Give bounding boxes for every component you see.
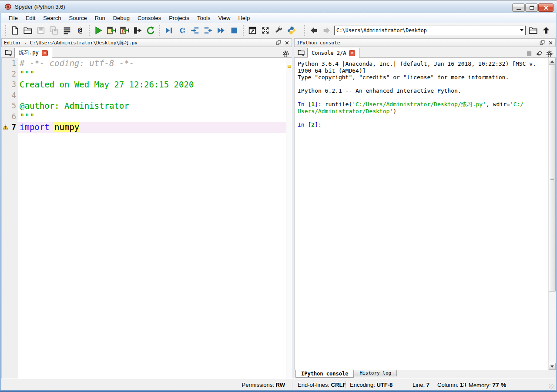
menu-file[interactable]: File xyxy=(5,14,22,22)
save-all-button[interactable] xyxy=(47,24,60,37)
code-line[interactable]: 1# -*- coding: utf-8 -*- xyxy=(2,58,286,69)
parent-directory-icon xyxy=(541,26,551,35)
code-editor[interactable]: 1# -*- coding: utf-8 -*-2"""3Created on … xyxy=(1,58,292,379)
spyder-window: Spyder (Python 3.6) File Edit Search Sou… xyxy=(0,0,557,392)
line-number: 1 xyxy=(12,58,16,69)
maximize-pane-button[interactable] xyxy=(246,24,259,37)
code-text: @author: Administrator xyxy=(18,101,286,111)
python-path-button[interactable] xyxy=(285,24,298,37)
new-file-button[interactable] xyxy=(8,24,21,37)
run-cell-button[interactable] xyxy=(105,24,118,37)
console-line: In [1]: runfile('C:/Users/Administrator/… xyxy=(298,101,547,108)
stop-debug-button[interactable] xyxy=(228,24,241,37)
run-file-button[interactable] xyxy=(92,24,105,37)
editor-tabbar: 练习.py ✕ xyxy=(1,47,292,58)
interrupt-kernel-icon[interactable] xyxy=(526,50,533,57)
preferences-button[interactable] xyxy=(272,24,285,37)
line-number-gutter: 7 xyxy=(2,122,18,133)
menu-debug[interactable]: Debug xyxy=(109,14,134,22)
menu-source[interactable]: Source xyxy=(65,14,91,22)
minimize-button[interactable] xyxy=(512,3,525,12)
step-return-icon xyxy=(203,26,213,35)
console-line: In [2]: xyxy=(298,121,547,128)
fullscreen-button[interactable] xyxy=(259,24,272,37)
maximize-pane-icon xyxy=(248,26,257,35)
toolbar-separator xyxy=(159,25,160,36)
console-scrollbar[interactable] xyxy=(548,58,556,370)
warning-flag-marker[interactable] xyxy=(288,65,291,68)
window-controls xyxy=(512,3,554,12)
code-text: """ xyxy=(18,69,286,80)
working-directory-input[interactable] xyxy=(335,27,518,34)
editor-tab[interactable]: 练习.py ✕ xyxy=(14,48,52,58)
close-pane-icon[interactable] xyxy=(285,40,289,45)
toolbar-separator xyxy=(304,25,305,36)
ipython-console[interactable]: Python 3.6.4 |Anaconda, Inc.| (default, … xyxy=(294,58,556,370)
code-line[interactable]: 7import numpy xyxy=(2,122,286,133)
menu-consoles[interactable]: Consoles xyxy=(134,14,165,22)
console-pane: IPython console Console 2/A ✕ xyxy=(294,38,556,379)
step-return-button[interactable] xyxy=(201,24,215,37)
title-bar[interactable]: Spyder (Python 3.6) xyxy=(0,0,557,13)
menu-tools[interactable]: Tools xyxy=(193,14,214,22)
editor-scrollflag[interactable] xyxy=(286,58,292,379)
tab-history-log[interactable]: History log xyxy=(354,369,397,376)
save-button[interactable] xyxy=(34,24,47,37)
file-switcher-button[interactable] xyxy=(60,24,74,37)
tab-ipython-console[interactable]: IPython console xyxy=(295,369,354,378)
open-directory-icon xyxy=(528,26,538,35)
code-line[interactable]: 6""" xyxy=(2,111,286,122)
main-toolbar: @ xyxy=(1,23,556,38)
code-line[interactable]: 5@author: Administrator xyxy=(2,101,286,111)
status-bar: Permissions: RW End-of-lines: CRLF Encod… xyxy=(1,379,556,390)
close-tab-icon[interactable]: ✕ xyxy=(42,50,48,56)
close-tab-icon[interactable]: ✕ xyxy=(349,50,355,56)
clear-console-eraser-icon[interactable] xyxy=(535,50,543,57)
step-into-button[interactable] xyxy=(188,24,201,37)
scroll-down-button[interactable] xyxy=(549,363,556,370)
scrollbar-thumb[interactable] xyxy=(549,65,556,291)
rerun-cell-button[interactable] xyxy=(144,24,157,37)
scroll-up-button[interactable] xyxy=(549,58,556,65)
close-button[interactable] xyxy=(538,3,554,12)
console-options-gear-icon[interactable] xyxy=(546,50,553,57)
maximize-button[interactable] xyxy=(525,3,538,12)
menu-search[interactable]: Search xyxy=(39,14,65,22)
find-symbols-button[interactable]: @ xyxy=(74,24,87,37)
code-line[interactable]: 3Created on Wed May 27 12:26:15 2020 xyxy=(2,79,286,90)
code-line[interactable]: 2""" xyxy=(2,69,286,80)
scrollbar-track[interactable] xyxy=(549,65,556,363)
back-icon xyxy=(309,26,319,35)
console-tab[interactable]: Console 2/A ✕ xyxy=(307,48,359,58)
console-line xyxy=(298,114,547,121)
menu-projects[interactable]: Projects xyxy=(165,14,193,22)
code-line[interactable]: 4 xyxy=(2,90,286,101)
working-directory-dropdown[interactable] xyxy=(518,26,525,35)
editor-options-gear-icon[interactable] xyxy=(282,50,289,57)
run-selection-button[interactable] xyxy=(131,24,144,37)
close-pane-icon[interactable] xyxy=(548,40,553,45)
continue-execution-button[interactable] xyxy=(215,24,228,37)
run-cell-advance-button[interactable] xyxy=(118,24,131,37)
menu-run[interactable]: Run xyxy=(91,14,109,22)
browse-tabs-button[interactable] xyxy=(295,47,307,57)
open-directory-button[interactable] xyxy=(527,24,540,37)
close-icon xyxy=(544,5,549,10)
back-button[interactable] xyxy=(307,24,320,37)
browse-tabs-button[interactable] xyxy=(2,47,14,57)
run-current-line-button[interactable] xyxy=(175,24,188,37)
parent-directory-button[interactable] xyxy=(540,24,553,37)
menu-edit[interactable]: Edit xyxy=(22,14,39,22)
forward-button[interactable] xyxy=(320,24,333,37)
debug-file-button[interactable] xyxy=(162,24,175,37)
menu-view[interactable]: View xyxy=(214,14,234,22)
preferences-icon xyxy=(274,26,283,35)
menu-help[interactable]: Help xyxy=(234,14,254,22)
arrow-down-icon xyxy=(550,365,554,368)
undock-pane-icon[interactable] xyxy=(540,40,545,45)
undock-pane-icon[interactable] xyxy=(276,40,281,45)
open-file-button[interactable] xyxy=(21,24,34,37)
spyder-logo-icon xyxy=(4,3,12,10)
resize-grip[interactable] xyxy=(549,384,554,389)
encoding-status: Encoding: UTF-8 xyxy=(350,382,393,388)
